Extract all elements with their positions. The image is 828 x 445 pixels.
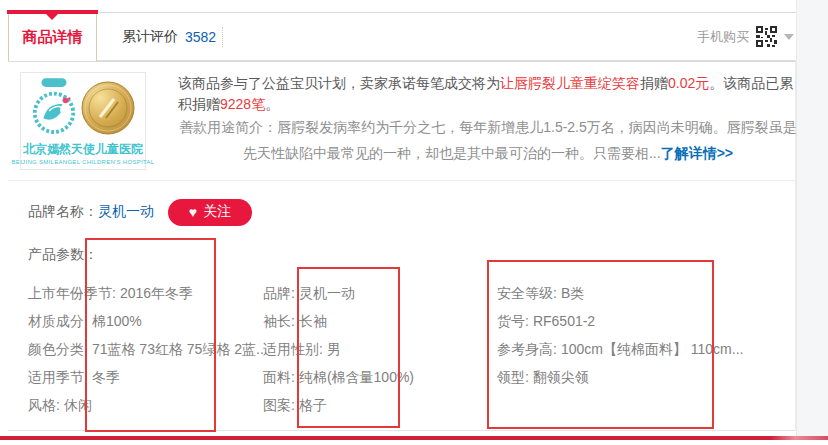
section-divider [8, 180, 795, 181]
tab-reviews-label: 累计评价 [122, 28, 178, 46]
tab-reviews[interactable]: 累计评价 3582 [112, 13, 226, 60]
tab-product-detail-label: 商品详情 [23, 28, 83, 45]
follow-button[interactable]: ♥ 关注 [168, 199, 252, 226]
product-detail-page: 商品详情 累计评价 3582 手机购买 [0, 0, 828, 445]
heart-icon: ♥ [189, 205, 197, 219]
brand-label: 品牌名称： [28, 203, 98, 221]
annotation-box-3 [487, 260, 714, 429]
charity-text: 捐赠 [640, 75, 668, 91]
charity-amount: 0.02元 [668, 75, 709, 91]
charity-donation-count: 9228笔 [220, 96, 265, 112]
brand-row: 品牌名称： 灵机一动 ♥ 关注 [28, 197, 252, 227]
charity-text: 该商品参与了公益宝贝计划，卖家承诺每笔成交将为 [178, 75, 500, 91]
charity-usage-desc: 善款用途简介：唇腭裂发病率约为千分之七，每年新增患儿1.5-2.5万名，病因尚未… [178, 114, 798, 166]
qr-code-icon [756, 26, 777, 47]
param-label: 风格: [28, 397, 60, 413]
param-label: 品牌: [263, 285, 295, 301]
param-label: 适用季节: [28, 369, 88, 385]
gold-medal-icon [80, 80, 136, 136]
param-label: 图案: [263, 397, 295, 413]
chevron-down-icon [784, 34, 794, 40]
hospital-emblems [30, 77, 136, 139]
tabbar-bottom-border [8, 60, 797, 62]
active-tab-arrow-icon [46, 14, 58, 20]
hospital-logo: 北京嫣然天使儿童医院 BEIJING SMILEANGEL CHILDREN'S… [20, 72, 146, 170]
reviews-count: 3582 [185, 29, 216, 45]
brand-name-link[interactable]: 灵机一动 [98, 203, 154, 221]
tabbar-divider [222, 27, 223, 47]
charity-statement: 该商品参与了公益宝贝计划，卖家承诺每笔成交将为让唇腭裂儿童重绽笑容捐赠0.02元… [178, 73, 798, 115]
hospital-name-cn: 北京嫣然天使儿童医院 [23, 141, 143, 158]
annotation-box-2 [297, 267, 400, 428]
annotation-box-1 [85, 238, 216, 432]
mobile-buy-menu[interactable]: 手机购买 [697, 13, 794, 60]
learn-more-link[interactable]: 了解详情>> [661, 145, 733, 161]
tab-product-detail[interactable]: 商品详情 [8, 13, 97, 61]
bottom-red-bar [0, 436, 828, 440]
param-label: 袖长: [263, 313, 295, 329]
param-label: 颜色分类: [28, 341, 88, 357]
charity-highlight: 让唇腭裂儿童重绽笑容 [500, 75, 640, 91]
follow-button-label: 关注 [203, 203, 231, 221]
hospital-name-en: BEIJING SMILEANGEL CHILDREN'S HOSPITAL [12, 159, 155, 165]
hospital-emblem-icon [30, 77, 78, 139]
charity-text: 。 [265, 96, 279, 112]
param-label: 材质成分: [28, 313, 88, 329]
param-label: 面料: [263, 369, 295, 385]
mobile-buy-label: 手机购买 [697, 28, 749, 46]
page-gutter [796, 0, 828, 436]
